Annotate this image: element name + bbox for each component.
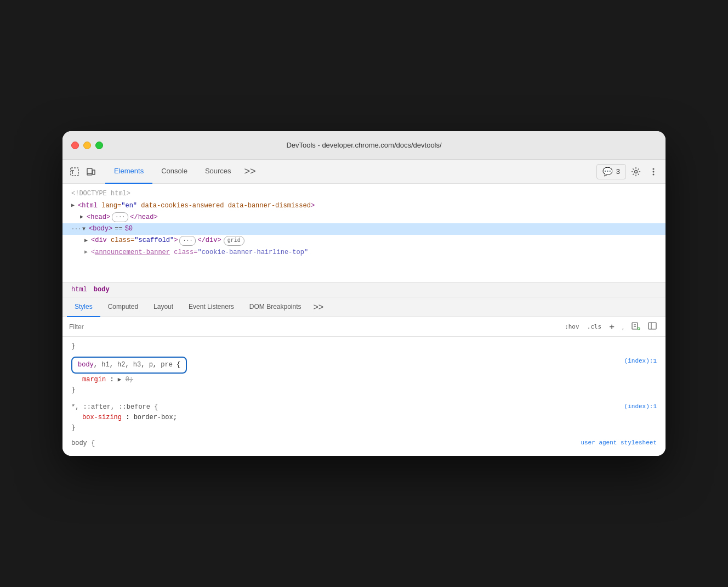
styles-tabs-bar: Styles Computed Layout Event Listeners D…	[62, 297, 666, 317]
window-title: DevTools - developer.chrome.com/docs/dev…	[286, 141, 441, 149]
css-rule-body-partial: body { user agent stylesheet	[62, 436, 666, 454]
main-tabs: Elements Console Sources >>	[105, 160, 594, 184]
minimize-button[interactable]	[83, 142, 91, 149]
add-style-button[interactable]: +	[607, 320, 617, 333]
css-rule-link-2[interactable]: (index):1	[624, 402, 657, 412]
svg-point-6	[653, 171, 655, 172]
announcement-line[interactable]: ▶ <announcement-banner class="cookie-ban…	[62, 246, 666, 258]
svg-rect-14	[649, 323, 656, 329]
issues-icon: 💬	[602, 167, 613, 177]
css-selector-1: body, h1, h2, h3, p, pre {	[78, 361, 180, 369]
breadcrumb: html body	[62, 283, 666, 297]
filter-actions: :hov .cls + ,	[562, 320, 659, 334]
close-button[interactable]	[71, 142, 79, 149]
close-brace-line: }	[62, 339, 666, 354]
new-style-rule-icon[interactable]	[629, 320, 642, 334]
html-arrow[interactable]: ▶	[71, 201, 78, 210]
maximize-button[interactable]	[95, 142, 103, 149]
hov-button[interactable]: :hov	[562, 322, 582, 331]
css-property-2: box-sizing	[82, 414, 122, 421]
cls-button[interactable]: .cls	[585, 322, 604, 331]
svg-point-4	[635, 170, 638, 173]
svg-rect-8	[632, 323, 638, 329]
tab-sources[interactable]: Sources	[196, 160, 240, 184]
body-element-line[interactable]: ··· ▼ <body> == $0	[62, 223, 666, 235]
css-rules-panel: } body, h1, h2, h3, p, pre {	[62, 337, 666, 455]
svg-rect-2	[93, 170, 95, 174]
toolbar-right: 💬 3	[596, 164, 661, 179]
breadcrumb-body[interactable]: body	[92, 285, 112, 295]
css-rule-link-3-label: user agent stylesheet	[581, 438, 657, 448]
title-bar: DevTools - developer.chrome.com/docs/dev…	[62, 131, 666, 160]
css-value-2: border-box;	[134, 414, 177, 421]
css-selector-3: body {	[71, 439, 95, 447]
tab-event-listeners[interactable]: Event Listeners	[181, 297, 242, 317]
inspect-icon[interactable]	[67, 164, 82, 179]
svg-point-5	[653, 168, 655, 170]
css-value-1-strikethrough: 0;	[126, 376, 133, 383]
grid-badge: grid	[224, 236, 244, 246]
doctype-line[interactable]: <!DOCTYPE html>	[62, 188, 666, 200]
more-tabs-button[interactable]: >>	[240, 160, 260, 184]
settings-icon[interactable]	[628, 164, 644, 179]
css-rule-universal: *, ::after, ::before { (index):1 box-siz…	[62, 400, 666, 436]
tab-computed[interactable]: Computed	[100, 297, 146, 317]
announcement-arrow[interactable]: ▶	[84, 248, 91, 257]
svg-rect-0	[71, 168, 78, 176]
tab-elements[interactable]: Elements	[105, 160, 152, 184]
traffic-lights	[71, 142, 103, 149]
tab-dom-breakpoints[interactable]: DOM Breakpoints	[242, 297, 309, 317]
html-tree-panel: <!DOCTYPE html> ▶ <html lang="en" data-c…	[62, 184, 666, 283]
devtools-toolbar: Elements Console Sources >> 💬 3	[62, 160, 666, 184]
tab-layout[interactable]: Layout	[146, 297, 181, 317]
body-arrow[interactable]: ▼	[82, 225, 89, 234]
more-styles-tabs[interactable]: >>	[309, 297, 328, 317]
breadcrumb-html[interactable]: html	[69, 285, 89, 295]
css-rule-link-1[interactable]: (index):1	[624, 357, 657, 366]
styles-filter-bar: :hov .cls + ,	[62, 317, 666, 337]
filter-input[interactable]	[69, 323, 558, 331]
html-element-line[interactable]: ▶ <html lang="en" data-cookies-answered …	[62, 200, 666, 212]
issues-badge[interactable]: 💬 3	[596, 164, 626, 179]
div-scaffold-line[interactable]: ▶ <div class="scaffold" > ··· </div> gri…	[62, 235, 666, 246]
tab-styles[interactable]: Styles	[67, 297, 100, 317]
svg-point-7	[653, 173, 655, 175]
svg-rect-1	[87, 168, 92, 175]
highlight-box: body, h1, h2, h3, p, pre {	[71, 357, 187, 374]
css-selector-2: *, ::after, ::before {	[71, 403, 158, 411]
toggle-sidebar-icon[interactable]	[646, 320, 659, 334]
head-arrow[interactable]: ▶	[80, 213, 87, 222]
device-toggle-icon[interactable]	[83, 164, 99, 179]
arrow-icon: ▶	[118, 376, 122, 383]
tab-console[interactable]: Console	[152, 160, 196, 184]
toolbar-icon-group	[67, 164, 99, 179]
css-property-1: margin	[82, 376, 106, 383]
browser-window: DevTools - developer.chrome.com/docs/dev…	[62, 131, 666, 455]
css-rule-body: body, h1, h2, h3, p, pre { (index):1 mar…	[62, 354, 666, 398]
head-element-line[interactable]: ▶ <head> ··· </head>	[62, 212, 666, 223]
issues-count: 3	[616, 167, 620, 176]
devtools-panel: Elements Console Sources >> 💬 3	[62, 160, 666, 455]
more-options-icon[interactable]	[646, 164, 661, 179]
div-arrow[interactable]: ▶	[84, 236, 91, 245]
